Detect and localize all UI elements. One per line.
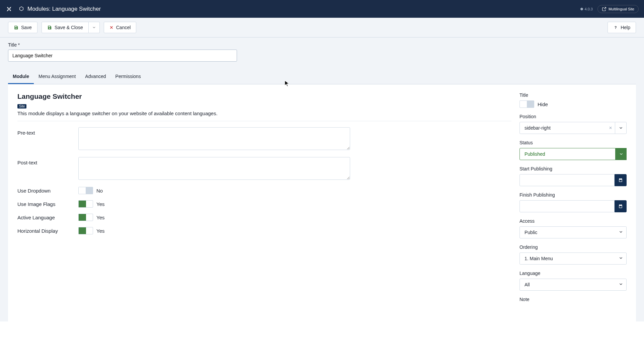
cube-module-icon bbox=[19, 6, 25, 12]
panel-main: Language Switcher Site This module displ… bbox=[17, 92, 511, 308]
start-publishing-input[interactable] bbox=[519, 174, 615, 186]
question-icon: ? bbox=[613, 25, 618, 30]
horizontal-display-label: Horizontal Display bbox=[17, 228, 78, 234]
tabs: Module Menu Assignment Advanced Permissi… bbox=[8, 70, 636, 84]
save-icon bbox=[47, 25, 52, 30]
joomla-logo-icon[interactable] bbox=[5, 5, 13, 13]
page-title: Modules: Language Switcher bbox=[27, 6, 101, 12]
toolbar: Save Save & Close Cancel ? Help bbox=[0, 18, 644, 38]
position-value: sidebar-right bbox=[520, 122, 606, 134]
ordering-label: Ordering bbox=[519, 244, 627, 250]
pre-text-input[interactable] bbox=[78, 127, 350, 150]
start-publishing-label: Start Publishing bbox=[519, 166, 627, 171]
cancel-button[interactable]: Cancel bbox=[104, 22, 137, 33]
tab-menu-assignment[interactable]: Menu Assignment bbox=[34, 70, 80, 84]
status-label: Status bbox=[519, 140, 627, 145]
tab-advanced[interactable]: Advanced bbox=[80, 70, 110, 84]
note-label: Note bbox=[519, 297, 627, 302]
use-dropdown-toggle[interactable] bbox=[78, 187, 93, 194]
side-title-value: Hide bbox=[538, 101, 548, 107]
use-dropdown-value: No bbox=[96, 188, 103, 194]
access-label: Access bbox=[519, 218, 627, 224]
horizontal-display-value: Yes bbox=[96, 228, 104, 234]
save-close-button[interactable]: Save & Close bbox=[42, 22, 89, 33]
finish-publishing-label: Finish Publishing bbox=[519, 192, 627, 198]
status-select[interactable]: Published bbox=[519, 148, 627, 160]
save-button[interactable]: Save bbox=[8, 22, 37, 33]
version-label: 4.0.3 bbox=[580, 7, 592, 11]
position-clear-icon[interactable]: ✕ bbox=[606, 122, 615, 134]
chevron-down-icon bbox=[92, 25, 96, 29]
chevron-down-icon[interactable] bbox=[615, 122, 626, 134]
calendar-icon bbox=[618, 204, 623, 209]
ordering-select[interactable]: 1. Main Menu bbox=[519, 252, 627, 265]
pre-text-label: Pre-text bbox=[17, 127, 78, 136]
save-close-group: Save & Close bbox=[42, 22, 100, 33]
save-dropdown-button[interactable] bbox=[89, 22, 100, 33]
use-image-flags-label: Use Image Flags bbox=[17, 201, 78, 207]
language-select[interactable]: All bbox=[519, 279, 627, 291]
finish-publishing-calendar-button[interactable] bbox=[615, 200, 627, 212]
finish-publishing-input[interactable] bbox=[519, 200, 615, 212]
side-title-toggle[interactable] bbox=[519, 100, 534, 108]
use-image-flags-toggle[interactable] bbox=[78, 200, 93, 208]
tab-module[interactable]: Module bbox=[8, 70, 34, 84]
position-select[interactable]: sidebar-right ✕ bbox=[519, 122, 627, 134]
position-label: Position bbox=[519, 114, 627, 119]
side-title-label: Title bbox=[519, 92, 627, 98]
site-badge: Site bbox=[17, 104, 26, 108]
save-icon bbox=[14, 25, 18, 30]
use-dropdown-label: Use Dropdown bbox=[17, 188, 78, 194]
topbar: Modules: Language Switcher 4.0.3 Multili… bbox=[0, 0, 644, 18]
post-text-label: Post-text bbox=[17, 157, 78, 165]
active-language-toggle[interactable] bbox=[78, 214, 93, 221]
active-language-label: Active Language bbox=[17, 215, 78, 220]
module-heading: Language Switcher bbox=[17, 92, 511, 100]
start-publishing-calendar-button[interactable] bbox=[615, 174, 627, 186]
title-input[interactable] bbox=[8, 50, 237, 62]
use-image-flags-value: Yes bbox=[96, 201, 104, 207]
panel: Language Switcher Site This module displ… bbox=[8, 84, 636, 321]
language-label: Language bbox=[519, 271, 627, 276]
panel-side: Title Hide Position sidebar-right ✕ Stat… bbox=[519, 92, 627, 308]
site-preview-button[interactable]: Multilingual Site bbox=[597, 5, 639, 13]
close-icon bbox=[109, 25, 113, 29]
post-text-input[interactable] bbox=[78, 157, 350, 180]
horizontal-display-toggle[interactable] bbox=[78, 227, 93, 234]
module-description: This module displays a language switcher… bbox=[17, 111, 511, 116]
tab-permissions[interactable]: Permissions bbox=[111, 70, 146, 84]
calendar-icon bbox=[618, 178, 623, 183]
active-language-value: Yes bbox=[96, 215, 104, 220]
title-label: Title * bbox=[8, 42, 636, 48]
access-select[interactable]: Public bbox=[519, 226, 627, 238]
divider bbox=[17, 121, 511, 121]
help-button[interactable]: ? Help bbox=[608, 22, 636, 33]
svg-text:?: ? bbox=[615, 25, 617, 29]
